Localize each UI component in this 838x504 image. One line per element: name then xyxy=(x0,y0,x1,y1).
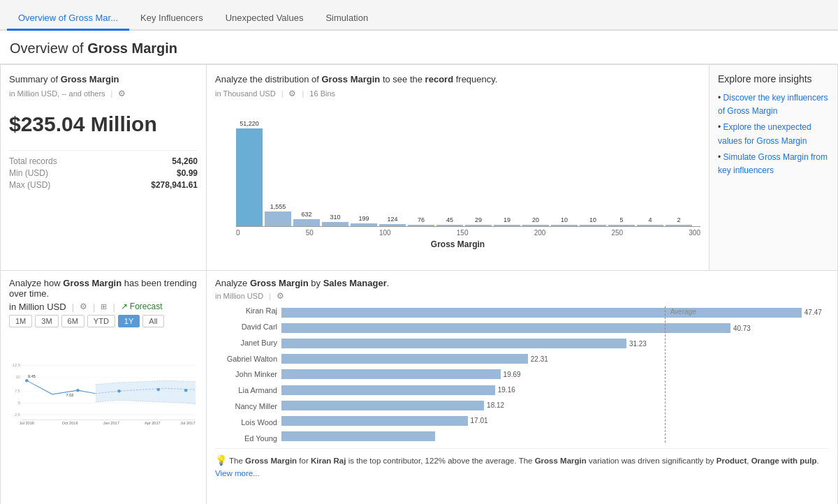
dist-gear-icon[interactable]: ⚙ xyxy=(288,89,296,98)
view-more-link[interactable]: View more... xyxy=(215,469,260,477)
forecast-link[interactable]: ↗ Forecast xyxy=(121,302,163,311)
dist-bar-3 xyxy=(322,222,348,226)
distribution-panel: Analyze the distribution of Gross Margin… xyxy=(206,64,709,271)
svg-point-17 xyxy=(184,389,188,392)
average-label: Average xyxy=(670,308,696,316)
manager-title: Analyze Gross Margin by Sales Manager. xyxy=(215,278,829,288)
mgr-bar-row-8 xyxy=(281,430,829,443)
dist-bar-5 xyxy=(379,224,406,226)
time-btn-6m[interactable]: 6M xyxy=(61,315,84,327)
dist-bar-11 xyxy=(551,225,578,226)
page-title-bold: Gross Margin xyxy=(87,40,177,56)
svg-marker-10 xyxy=(96,380,196,404)
dist-bar-6 xyxy=(408,225,434,226)
dist-bar-1 xyxy=(265,212,291,226)
tabs-bar: Overview of Gross Mar... Key Influencers… xyxy=(0,0,838,31)
manager-subtitle: in Million USD | ⚙ xyxy=(215,291,829,301)
svg-point-11 xyxy=(25,379,29,383)
tab-unexpected[interactable]: Unexpected Values xyxy=(214,7,315,31)
manager-bars-area: Average 47.47 40.73 31.23 xyxy=(281,306,829,443)
trend-panel: Analyze how Gross Margin has been trendi… xyxy=(0,271,206,504)
time-btn-1y[interactable]: 1Y xyxy=(118,315,140,327)
dist-title: Analyze the distribution of Gross Margin… xyxy=(215,73,700,86)
svg-text:Jul 2017: Jul 2017 xyxy=(180,421,195,425)
insights-link-0[interactable]: Discover the key influencers of Gross Ma… xyxy=(718,93,828,116)
dist-bar-13 xyxy=(608,225,635,226)
dist-bar-0 xyxy=(236,128,263,226)
svg-point-15 xyxy=(117,390,121,393)
time-btn-all[interactable]: All xyxy=(142,315,163,327)
trend-chart-svg: 12.5 10 7.5 5 2.5 xyxy=(9,333,198,452)
time-btn-1m[interactable]: 1M xyxy=(9,315,32,327)
distribution-chart: 51,220 1,555 632 310 199 xyxy=(215,104,700,244)
mgr-bar-row-7: 17.01 xyxy=(281,415,829,427)
insights-links: • Discover the key influencers of Gross … xyxy=(718,91,829,177)
main-grid: Summary of Gross Margin in Million USD, … xyxy=(0,64,838,504)
svg-point-13 xyxy=(76,389,80,392)
manager-chart: Kiran Raj David Carl Janet Bury Gabriel … xyxy=(215,306,829,443)
summary-stats: Total records 54,260 Min (USD) $0.99 Max… xyxy=(9,150,198,190)
average-line xyxy=(665,306,666,443)
svg-text:7.5: 7.5 xyxy=(15,389,20,393)
x-axis-labels: 0 50 100 150 200 250 300 xyxy=(236,229,700,237)
dist-bar-15 xyxy=(666,225,692,226)
insights-link-2[interactable]: Simulate Gross Margin from key influence… xyxy=(718,152,828,175)
mgr-bar-row-4: 19.69 xyxy=(281,368,829,380)
stats-row-total: Total records 54,260 xyxy=(9,156,198,166)
stats-row-min: Min (USD) $0.99 xyxy=(9,168,198,178)
insights-link-1[interactable]: Explore the unexpected values for Gross … xyxy=(718,122,811,145)
manager-panel: Analyze Gross Margin by Sales Manager. i… xyxy=(206,271,838,504)
dist-bar-10 xyxy=(522,225,549,226)
page-title: Overview of Gross Margin xyxy=(0,31,838,64)
dist-subtitle: in Thousand USD | ⚙ | 16 Bins xyxy=(215,89,700,98)
svg-text:Apr 2017: Apr 2017 xyxy=(145,421,161,425)
tab-overview[interactable]: Overview of Gross Mar... xyxy=(7,7,129,31)
svg-text:Jan 2017: Jan 2017 xyxy=(103,421,119,425)
mgr-bar-row-0: 47.47 xyxy=(281,306,829,319)
svg-text:2.5: 2.5 xyxy=(15,413,20,417)
x-axis-label: Gross Margin xyxy=(215,239,700,249)
insight-bulb-icon: 💡 xyxy=(215,454,227,466)
trend-expand-icon[interactable]: ⊞ xyxy=(101,302,107,311)
svg-text:7.02: 7.02 xyxy=(66,393,74,397)
time-btn-3m[interactable]: 3M xyxy=(35,315,58,327)
dist-bar-8 xyxy=(465,225,492,226)
summary-subtitle: in Million USD, -- and others | ⚙ xyxy=(9,89,198,98)
svg-text:12.5: 12.5 xyxy=(13,363,20,367)
insights-panel: Explore more insights • Discover the key… xyxy=(709,64,838,271)
dist-bar-14 xyxy=(637,225,663,226)
svg-text:10: 10 xyxy=(16,375,20,379)
mgr-bar-row-5: 19.16 xyxy=(281,384,829,396)
svg-text:Jul 2016: Jul 2016 xyxy=(20,421,34,425)
summary-title: Summary of Gross Margin xyxy=(9,73,198,86)
dist-bar-12 xyxy=(580,225,606,226)
time-filters: 1M 3M 6M YTD 1Y All xyxy=(9,315,198,327)
mgr-bar-row-2: 31.23 xyxy=(281,337,829,350)
dist-bar-2 xyxy=(293,219,320,226)
manager-gear-icon[interactable]: ⚙ xyxy=(277,291,284,301)
summary-panel: Summary of Gross Margin in Million USD, … xyxy=(0,64,206,271)
summary-title-bold: Gross Margin xyxy=(61,74,119,84)
mgr-bar-row-1: 40.73 xyxy=(281,322,829,334)
tab-influencers[interactable]: Key Influencers xyxy=(129,7,214,31)
svg-text:Oct 2016: Oct 2016 xyxy=(62,421,78,425)
tab-simulation[interactable]: Simulation xyxy=(314,7,379,31)
svg-text:9.45: 9.45 xyxy=(28,374,36,378)
stats-row-max: Max (USD) $278,941.61 xyxy=(9,180,198,190)
dist-bar-4 xyxy=(351,223,377,226)
dist-bar-9 xyxy=(494,225,520,226)
mgr-bar-row-6: 18.12 xyxy=(281,399,829,412)
trend-title: Analyze how Gross Margin has been trendi… xyxy=(9,278,198,299)
insights-title: Explore more insights xyxy=(718,73,829,84)
manager-labels: Kiran Raj David Carl Janet Bury Gabriel … xyxy=(215,306,281,443)
insight-text: 💡 The Gross Margin for Kiran Raj is the … xyxy=(215,448,829,480)
time-btn-ytd[interactable]: YTD xyxy=(87,315,115,327)
trend-subtitle: in Million USD | ⚙ | ⊞ | ↗ Forecast xyxy=(9,302,198,312)
mgr-bar-row-3: 22.31 xyxy=(281,353,829,365)
svg-text:5: 5 xyxy=(18,401,20,405)
dist-bar-7 xyxy=(436,225,463,226)
trend-gear-icon[interactable]: ⚙ xyxy=(80,302,87,311)
summary-big-value: $235.04 Million xyxy=(9,112,198,136)
svg-point-16 xyxy=(157,388,161,392)
summary-gear-icon[interactable]: ⚙ xyxy=(118,89,126,98)
